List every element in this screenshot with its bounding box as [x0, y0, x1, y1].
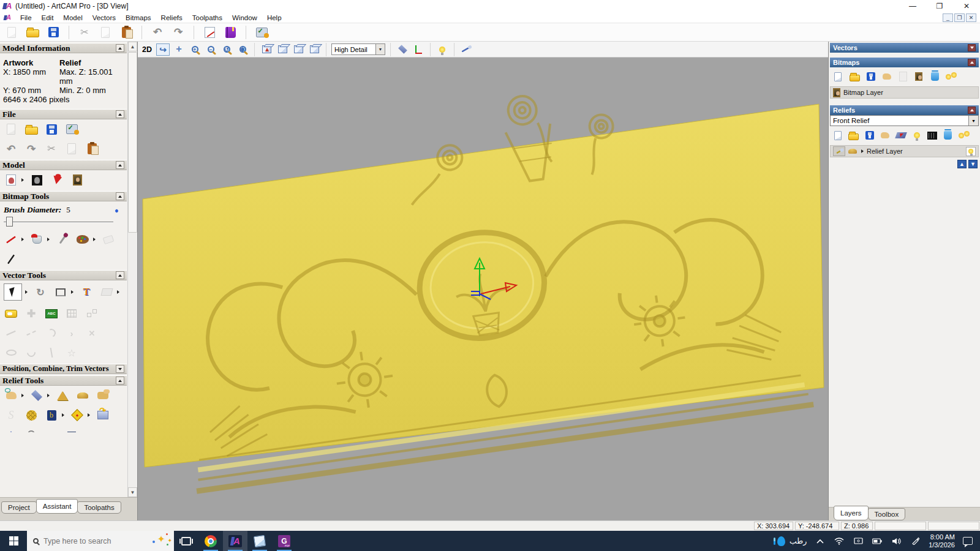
zoom-extents-icon[interactable]: ✽ [236, 43, 249, 56]
task-view-button[interactable] [174, 531, 198, 551]
model-viewport[interactable] [138, 58, 828, 520]
relief-layer-row[interactable]: Relief Layer [830, 145, 979, 157]
paste-icon[interactable] [118, 25, 134, 40]
blue-box-icon[interactable] [64, 428, 79, 432]
move-layer-up-icon[interactable]: ▲ [957, 160, 967, 168]
pen-icon[interactable] [910, 537, 921, 545]
new-bitmap-layer-icon[interactable] [832, 69, 843, 84]
dome-relief-icon[interactable] [75, 389, 90, 402]
scrollbar-thumb[interactable] [128, 52, 137, 233]
bitmap-hand-icon[interactable] [881, 69, 892, 84]
distort-mesh-icon[interactable] [64, 307, 79, 320]
menu-edit[interactable]: Edit [37, 13, 59, 22]
copy-icon[interactable] [97, 25, 113, 40]
search-input[interactable] [43, 537, 129, 545]
mdi-restore-button[interactable]: ❐ [954, 13, 965, 22]
light-material-icon[interactable] [50, 173, 64, 187]
collapse-icon[interactable] [968, 107, 976, 114]
measure-icon[interactable] [4, 307, 18, 320]
select-vectors-icon[interactable] [4, 283, 22, 301]
pan-view-icon[interactable]: ✛ [172, 43, 186, 56]
open-icon[interactable] [24, 25, 40, 40]
tab-toolbox[interactable]: Toolbox [868, 508, 906, 520]
create-text-icon[interactable]: T [79, 285, 94, 299]
angled-plane-icon[interactable] [4, 428, 18, 432]
relief-operations-icon[interactable] [70, 408, 85, 422]
menu-window[interactable]: Window [227, 13, 262, 22]
touch-keyboard-icon[interactable] [853, 538, 864, 544]
isometric-view-2-icon[interactable] [276, 43, 289, 56]
save-icon[interactable] [45, 25, 61, 40]
mdi-minimize-button[interactable]: _ [943, 13, 953, 22]
zoom-out-icon[interactable]: − [204, 43, 217, 56]
arrow-vector-icon[interactable]: › [64, 326, 79, 340]
tab-toolpaths[interactable]: Toolpaths [77, 501, 121, 514]
weather-widget[interactable]: رطب [777, 536, 807, 546]
tab-assistant[interactable]: Assistant [36, 499, 78, 514]
sculpt-s-icon[interactable]: S [4, 408, 18, 422]
left-panel-scrollbar[interactable]: ▲ ▼ [127, 42, 137, 497]
undo-icon[interactable]: ↶ [4, 142, 18, 156]
relief-plane-icon[interactable] [895, 128, 907, 143]
draw-origin-icon[interactable] [412, 43, 425, 56]
pdf-app-button[interactable]: G [272, 531, 296, 551]
toggle-light-icon[interactable] [435, 43, 449, 56]
draw-icon[interactable] [4, 252, 18, 266]
cut-icon[interactable]: ✂ [77, 25, 92, 40]
menu-help[interactable]: Help [262, 13, 287, 22]
zoom-in-icon[interactable]: + [188, 43, 202, 56]
new-relief-layer-icon[interactable] [832, 128, 843, 143]
palette-icon[interactable] [75, 233, 90, 246]
relief-light-icon[interactable] [911, 128, 922, 143]
relief-library-icon[interactable]: b [44, 408, 59, 422]
colour-shade-icon[interactable] [459, 43, 473, 56]
colour-picker-icon[interactable] [55, 233, 70, 246]
copy-icon[interactable] [64, 142, 79, 156]
save-bitmap-icon[interactable] [865, 69, 876, 84]
undo-icon[interactable]: ↶ [149, 25, 165, 40]
trim-vector-icon[interactable]: ✕ [85, 326, 99, 340]
isometric-view-1-icon[interactable] [260, 43, 273, 56]
minimize-button[interactable]: — [899, 0, 926, 12]
chevron-down-icon[interactable]: ▼ [968, 116, 978, 126]
mirror-vectors-icon[interactable] [44, 346, 59, 359]
layer-visibility-icon[interactable] [966, 147, 976, 156]
restore-button[interactable]: ❐ [926, 0, 953, 12]
mdi-close-button[interactable]: ✕ [966, 13, 976, 22]
cut-icon[interactable]: ✂ [44, 142, 59, 156]
fit-curve-icon[interactable] [24, 326, 39, 340]
greyscale-model-icon[interactable] [29, 173, 44, 187]
expand-icon[interactable] [116, 365, 124, 373]
menu-toolpaths[interactable]: Toolpaths [187, 13, 227, 22]
bisector-icon[interactable] [24, 346, 39, 359]
open-bitmap-icon[interactable] [848, 69, 861, 84]
menu-reliefs[interactable]: Reliefs [156, 13, 187, 22]
envelope-icon[interactable] [99, 285, 114, 299]
brush-diameter-slider[interactable] [2, 215, 121, 228]
menu-model[interactable]: Model [58, 13, 87, 22]
notepad-app-button[interactable] [247, 531, 272, 551]
texture-relief-icon[interactable] [70, 173, 85, 187]
open-relief-icon[interactable] [848, 128, 859, 143]
eraser-icon[interactable] [101, 233, 116, 246]
bitmap-layer-row[interactable]: Bitmap Layer [830, 86, 979, 99]
paint-relief-icon[interactable] [833, 146, 845, 156]
collapse-icon[interactable] [116, 44, 124, 52]
create-star-icon[interactable]: ☆ [64, 346, 79, 359]
create-ring-icon[interactable] [4, 346, 18, 359]
chevron-down-icon[interactable]: ▼ [375, 44, 385, 54]
taskbar-clock[interactable]: 8:00 AM 1/3/2026 [929, 533, 955, 549]
relief-hand-icon[interactable] [880, 128, 890, 143]
offset-relief-icon[interactable] [96, 408, 110, 422]
flood-fill-icon[interactable] [29, 233, 44, 246]
notification-center-icon[interactable] [963, 537, 973, 545]
delete-relief-icon[interactable] [943, 128, 953, 143]
weave-wizard-icon[interactable] [24, 408, 39, 422]
smooth-relief-icon[interactable] [96, 389, 110, 402]
artcam-app-button[interactable] [223, 531, 247, 551]
rotate-view-icon[interactable]: ↪ [156, 43, 170, 56]
zero-plane-icon[interactable] [29, 389, 44, 402]
collapse-icon[interactable] [116, 271, 124, 279]
battery-icon[interactable] [872, 538, 883, 544]
red-tool-icon[interactable] [44, 428, 59, 432]
